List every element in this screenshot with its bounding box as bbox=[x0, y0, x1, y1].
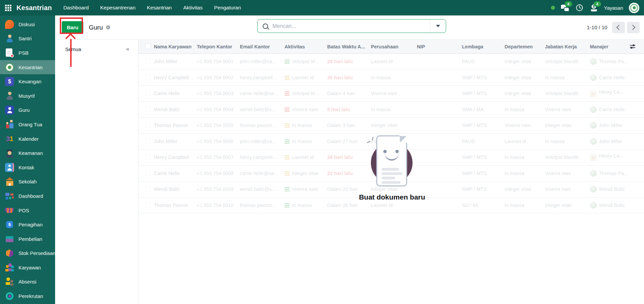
sidebar-item-label: Stok Persediaan bbox=[18, 250, 55, 256]
nav-menu-dashboard[interactable]: Dashboard bbox=[63, 5, 89, 11]
sidebar-item-absensi[interactable]: Absensi bbox=[0, 275, 55, 289]
sidebar-item-sekolah[interactable]: Sekolah bbox=[0, 175, 55, 189]
activities-clock-button[interactable] bbox=[575, 3, 584, 12]
cell-activity: Viverra nam bbox=[285, 186, 327, 192]
sidebar-item-diskusi[interactable]: Diskusi bbox=[0, 17, 55, 32]
collapse-panel-icon[interactable]: « bbox=[126, 46, 129, 52]
nav-menu-kesantrian[interactable]: Kesantrian bbox=[147, 5, 172, 11]
column-header-telepon-kantor[interactable]: Telepon Kantor bbox=[197, 44, 240, 49]
sidebar-item-label: Kalender bbox=[18, 136, 39, 142]
new-record-button[interactable]: Baru bbox=[62, 21, 83, 34]
apps-grid-icon[interactable] bbox=[5, 4, 12, 11]
row-select-cell bbox=[138, 74, 154, 81]
sidebar-item-label: Penagihan bbox=[18, 222, 43, 227]
row-checkbox[interactable] bbox=[145, 202, 151, 208]
row-checkbox[interactable] bbox=[145, 154, 151, 160]
sidebar-item-kalender[interactable]: Kalender bbox=[0, 132, 55, 146]
row-checkbox[interactable] bbox=[145, 186, 151, 191]
manager-avatar bbox=[590, 170, 597, 177]
sidebar-item-guru[interactable]: Guru bbox=[0, 103, 55, 118]
cell-departemen: In massa bbox=[505, 155, 545, 160]
sidebar-item-label: Kontak bbox=[18, 165, 34, 170]
activity-list-icon bbox=[285, 107, 290, 112]
column-header-perusahaan[interactable]: Perusahaan bbox=[371, 44, 417, 49]
filter-group-all[interactable]: Semua bbox=[65, 46, 81, 52]
row-checkbox[interactable] bbox=[145, 122, 151, 128]
nav-menu-pengaturan[interactable]: Pengaturan bbox=[214, 5, 241, 11]
payroll-requests-button[interactable]: 4 bbox=[590, 3, 598, 12]
sidebar-item-label: Absensi bbox=[18, 279, 36, 285]
sidebar-item-label: Santri bbox=[18, 36, 32, 41]
column-header-departemen[interactable]: Departemen bbox=[505, 44, 545, 49]
sidebar-item-musyrif[interactable]: Musyrif bbox=[0, 89, 55, 103]
sidebar-item-label: Perekrutan bbox=[18, 293, 43, 299]
user-avatar[interactable] bbox=[629, 3, 639, 13]
sidebar-item-kontak[interactable]: Kontak bbox=[0, 160, 55, 175]
app-sidebar: DiskusiSantriPSBKesantrianKeuanganMusyri… bbox=[0, 15, 55, 304]
navbar-right: 4 4 Yayasan bbox=[551, 3, 644, 13]
sidebar-item-penagihan[interactable]: Penagihan bbox=[0, 217, 55, 232]
column-header-aktivitas[interactable]: Aktivitas bbox=[285, 44, 327, 49]
sidebar-item-santri[interactable]: Santri bbox=[0, 32, 55, 46]
cell-manajer: DHenry Ca... bbox=[590, 89, 630, 97]
sidebar-item-kesantrian[interactable]: Kesantrian bbox=[0, 60, 55, 75]
cell-work-email: carrie.helle@sa... bbox=[240, 91, 285, 96]
cell-manajer: Wendi Baltz bbox=[590, 186, 630, 192]
search-bar[interactable]: Mencari... bbox=[257, 19, 446, 33]
table-row[interactable]: Wendi Baltz+1 555 754 0004wendi.baltz@s.… bbox=[138, 102, 644, 118]
sidebar-item-pos[interactable]: POS bbox=[0, 203, 55, 218]
messages-button[interactable]: 4 bbox=[561, 3, 569, 12]
row-select-cell bbox=[138, 122, 154, 129]
optional-columns-icon[interactable] bbox=[630, 45, 641, 48]
cell-jabatan-kerja: Volutpat blandit bbox=[545, 59, 590, 64]
column-header-email-kantor[interactable]: Email Kantor bbox=[240, 44, 285, 49]
chevron-left-icon bbox=[616, 25, 622, 30]
sidebar-item-psb[interactable]: PSB bbox=[0, 46, 55, 60]
column-header-batas-waktu-a[interactable]: Batas Waktu A... bbox=[327, 44, 371, 49]
column-header-nip[interactable]: NIP bbox=[417, 44, 462, 49]
row-checkbox[interactable] bbox=[145, 106, 151, 112]
cell-employee-name: Thomas Passot bbox=[154, 203, 197, 208]
sidebar-item-orang-tua[interactable]: Orang Tua bbox=[0, 117, 55, 132]
row-checkbox[interactable] bbox=[145, 170, 151, 176]
nav-menu-kepesantrenan[interactable]: Kepesantrenan bbox=[100, 5, 135, 11]
column-header-jabatan-kerja[interactable]: Jabatan Kerja bbox=[545, 44, 590, 49]
pager-previous-button[interactable] bbox=[612, 22, 625, 33]
sidebar-item-pembelian[interactable]: Pembelian bbox=[0, 232, 55, 246]
brand-title[interactable]: Kesantrian bbox=[16, 4, 52, 12]
row-checkbox[interactable] bbox=[145, 58, 151, 64]
sidebar-item-karyawan[interactable]: Karyawan bbox=[0, 260, 55, 275]
column-header-lembaga[interactable]: Lembaga bbox=[462, 44, 505, 49]
company-name[interactable]: Yayasan bbox=[604, 5, 623, 11]
table-row[interactable]: Henry Campbell+1 555 754 0002henry.campb… bbox=[138, 70, 644, 86]
cell-employee-name: Henry Campbell bbox=[154, 155, 197, 160]
table-row[interactable]: John Miller+1 555 754 0001john.miller@sa… bbox=[138, 54, 644, 70]
nav-menu-aktivitas[interactable]: Aktivitas bbox=[183, 5, 203, 11]
dashboard-icon bbox=[5, 191, 14, 201]
manager-name: Wendi Baltz bbox=[599, 203, 625, 208]
cell-departemen: Integer vitae bbox=[505, 75, 545, 80]
cell-activity: Laoreet id bbox=[285, 155, 327, 160]
cell-lembaga: SMP / MTS bbox=[462, 75, 505, 80]
table-row[interactable]: Thomas Passot+1 555 754 0005thomas.passo… bbox=[138, 118, 644, 134]
main-content: Baru Guru ⚙ Mencari... 1-10 / 10 bbox=[55, 15, 644, 304]
pager-next-button[interactable] bbox=[627, 22, 640, 33]
column-header-manajer[interactable]: Manajer bbox=[590, 44, 630, 49]
sidebar-item-stok-persediaan[interactable]: Stok Persediaan bbox=[0, 246, 55, 261]
select-all-checkbox[interactable] bbox=[145, 43, 151, 49]
sidebar-item-keamanan[interactable]: Keamanan bbox=[0, 146, 55, 160]
gear-icon[interactable]: ⚙ bbox=[105, 24, 110, 31]
cell-work-email: henry.campbell... bbox=[240, 75, 285, 80]
row-checkbox[interactable] bbox=[145, 90, 151, 96]
sidebar-item-keuangan[interactable]: Keuangan bbox=[0, 74, 55, 89]
activity-list-icon bbox=[285, 91, 290, 96]
sidebar-item-perekrutan[interactable]: Perekrutan bbox=[0, 289, 55, 303]
control-panel: Baru Guru ⚙ Mencari... 1-10 / 10 bbox=[55, 15, 644, 40]
search-filters-toggle[interactable] bbox=[430, 19, 446, 33]
sidebar-item-dashboard[interactable]: Dashboard bbox=[0, 189, 55, 203]
table-row[interactable]: Carrie Helle+1 555 754 0003carrie.helle@… bbox=[138, 86, 644, 102]
column-header-nama-karyawan[interactable]: Nama Karyawan bbox=[154, 44, 197, 49]
activity-list-icon bbox=[285, 155, 290, 160]
row-checkbox[interactable] bbox=[145, 74, 151, 80]
row-checkbox[interactable] bbox=[145, 138, 151, 144]
